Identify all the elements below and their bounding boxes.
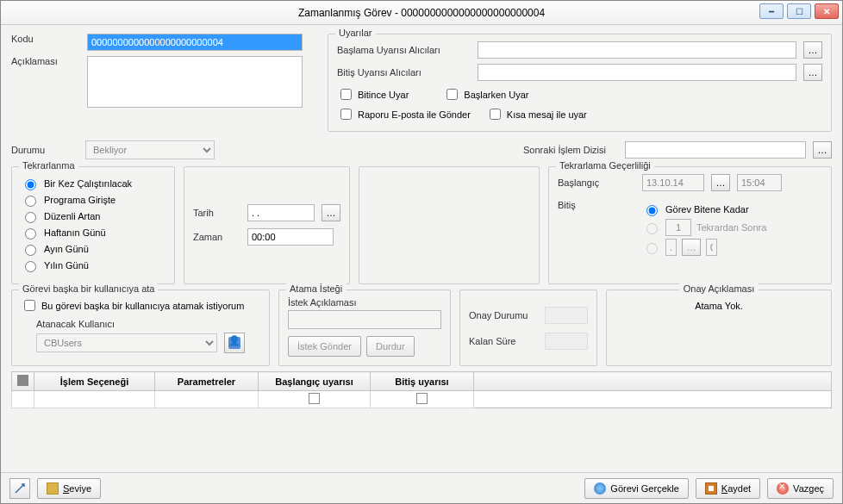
code-desc-panel: Kodu Açıklaması	[11, 34, 317, 132]
maximize-button[interactable]: ☐	[787, 3, 811, 19]
col-param[interactable]: Parametreler	[155, 372, 259, 391]
onay-durumu-value	[545, 307, 588, 324]
window-controls: ━ ☐ ✕	[759, 3, 839, 19]
row-bitis-check[interactable]	[416, 393, 428, 404]
tarih-picker-button[interactable]: …	[322, 204, 340, 221]
bitis-uyarisi-label: Bitiş Uyarısı Alıcıları	[337, 67, 471, 78]
save-icon	[705, 482, 717, 495]
user-icon	[228, 337, 240, 349]
cancel-icon	[777, 482, 789, 495]
durdur-button[interactable]: Durdur	[366, 336, 415, 357]
gecerlilik-fieldset: Tekrarlama Geçerliliği Başlangıç … Bitiş…	[548, 166, 832, 284]
durumu-combo[interactable]: Bekliyor	[85, 140, 215, 159]
durumu-label: Durumu	[11, 145, 78, 155]
footer-toolbar: SSeviyeeviye Görevi Gerçekle Kaydet Vazg…	[1, 472, 842, 503]
kaydet-button[interactable]: Kaydet	[696, 478, 760, 499]
radio-bir-kez[interactable]: Bir Kez Çalıştırılacak	[21, 177, 165, 190]
vazgec-button[interactable]: Vazgeç	[767, 478, 834, 499]
raporu-eposta-checkbox[interactable]: Raporu E-posta ile Gönder	[337, 106, 471, 122]
bitince-uyar-checkbox[interactable]: Bitince Uyar	[337, 86, 409, 103]
radio-tekrardan-sonra[interactable]: Tekrardan Sonra	[642, 219, 822, 236]
radio-programa[interactable]: Programa Girişte	[21, 193, 165, 207]
kalan-sure-value	[545, 333, 588, 350]
baslama-uyarisi-input[interactable]	[478, 41, 796, 59]
radio-haftanin[interactable]: Haftanın Günü	[21, 226, 165, 240]
scheduled-task-window: Zamanlanmış Görev - 00000000000000000000…	[0, 0, 843, 504]
atanacak-combo[interactable]: CBUsers	[36, 333, 217, 352]
gecerlilik-baslangic-date[interactable]	[642, 174, 704, 191]
baslama-uyarisi-label: Başlama Uyarısı Alıcıları	[337, 45, 471, 55]
tarih-zaman-panel: Tarih … Zaman	[184, 166, 350, 284]
tasks-grid[interactable]: İşlem Seçeneği Parametreler Başlangıç uy…	[11, 371, 832, 408]
atama-chk[interactable]: Bu görevi başka bir kullanıcıya atamak i…	[21, 297, 260, 314]
close-icon: ✕	[823, 7, 830, 16]
atanacak-label: Atanacak Kullanıcı	[36, 319, 260, 329]
gorevi-gercekle-button[interactable]: Görevi Gerçekle	[584, 478, 688, 499]
col-bitis[interactable]: Bitiş uyarısı	[371, 372, 474, 391]
bitis-date-picker[interactable]: …	[682, 239, 701, 256]
onay-durumu-panel: Onay Durumu Kalan Süre	[459, 289, 597, 366]
sonraki-islem-input[interactable]	[625, 141, 806, 159]
kodu-input[interactable]	[87, 34, 303, 51]
radio-ayin[interactable]: Ayın Günü	[21, 242, 165, 256]
atama-fieldset: Görevi başka bir kullanıcıya ata Bu göre…	[11, 289, 270, 366]
minimize-icon: ━	[769, 7, 774, 16]
radio-bitis-tarih[interactable]: …	[642, 239, 822, 256]
radio-gorev-bitene[interactable]: Görev Bitene Kadar	[642, 202, 822, 216]
grid-header-row: İşlem Seçeneği Parametreler Başlangıç uy…	[12, 372, 832, 391]
kalan-sure-label: Kalan Süre	[469, 336, 515, 346]
level-icon	[47, 482, 59, 495]
istek-fieldset: Atama İsteği İstek Açıklaması İstek Gönd…	[278, 289, 451, 366]
aciklama-textarea[interactable]	[87, 56, 303, 108]
col-islem[interactable]: İşlem Seçeneği	[34, 372, 155, 391]
bitis-uyarisi-input[interactable]	[478, 64, 796, 81]
tool-icon	[14, 482, 26, 495]
baslarken-uyar-checkbox[interactable]: Başlarken Uyar	[443, 86, 528, 103]
bitis-time-input[interactable]	[706, 239, 717, 256]
client-area: Kodu Açıklaması Uyarılar Başlama Uyarısı…	[1, 25, 842, 472]
istek-gonder-button[interactable]: İstek Gönder	[288, 336, 361, 357]
minimize-button[interactable]: ━	[759, 3, 784, 19]
baslama-picker-button[interactable]: …	[803, 41, 822, 59]
gecerlilik-legend: Tekrarlama Geçerliliği	[556, 160, 654, 171]
col-spacer	[474, 372, 832, 391]
blank-center-panel	[359, 166, 540, 284]
atama-legend: Görevi başka bir kullanıcıya ata	[19, 283, 158, 294]
footer-tool-button[interactable]	[9, 478, 30, 499]
bitis-date-input[interactable]	[665, 239, 677, 256]
uyarilar-legend: Uyarılar	[335, 28, 376, 38]
title-bar: Zamanlanmış Görev - 00000000000000000000…	[1, 1, 842, 25]
istek-aciklama-label: İstek Açıklaması	[288, 297, 441, 308]
tekrarlanma-fieldset: Tekrarlanma Bir Kez Çalıştırılacak Progr…	[11, 166, 175, 284]
onay-durumu-label: Onay Durumu	[469, 310, 528, 320]
col-baslangic[interactable]: Başlangıç uyarısı	[259, 372, 371, 391]
grid-select-all[interactable]	[12, 372, 34, 391]
istek-aciklama-input[interactable]	[288, 310, 441, 329]
tekrardan-count-input[interactable]	[665, 219, 691, 236]
uyarilar-fieldset: Uyarılar Başlama Uyarısı Alıcıları … Bit…	[328, 34, 832, 132]
table-row[interactable]	[12, 391, 832, 408]
radio-yilin[interactable]: Yılın Günü	[21, 258, 165, 272]
maximize-icon: ☐	[796, 7, 803, 16]
kisa-mesaj-checkbox[interactable]: Kısa mesaj ile uyar	[486, 106, 587, 122]
tarih-input[interactable]	[247, 204, 315, 221]
user-picker-button[interactable]	[224, 333, 245, 353]
radio-duzenli[interactable]: Düzenli Artan	[21, 209, 165, 223]
close-button[interactable]: ✕	[815, 3, 839, 19]
onay-aciklama-text: Atama Yok.	[615, 297, 822, 311]
kodu-label: Kodu	[11, 34, 80, 44]
gecerlilik-baslangic-picker[interactable]: …	[711, 174, 730, 191]
onay-aciklama-fieldset: Onay Açıklaması Atama Yok.	[606, 289, 832, 366]
seviye-button[interactable]: SSeviyeeviye	[37, 478, 101, 499]
gecerlilik-baslangic-time[interactable]	[737, 174, 782, 191]
execute-icon	[594, 482, 606, 495]
bitis-picker-button[interactable]: …	[803, 64, 822, 81]
tekrarlanma-legend: Tekrarlanma	[19, 160, 78, 171]
onay-aciklama-legend: Onay Açıklaması	[680, 283, 759, 294]
sonraki-islem-picker-button[interactable]: …	[813, 141, 832, 159]
zaman-label: Zaman	[193, 232, 240, 242]
zaman-input[interactable]	[247, 228, 334, 246]
row-baslangic-check[interactable]	[309, 393, 320, 404]
sonraki-islem-label: Sonraki İşlem Dizisi	[523, 145, 606, 155]
gecerlilik-baslangic-label: Başlangıç	[558, 177, 635, 188]
